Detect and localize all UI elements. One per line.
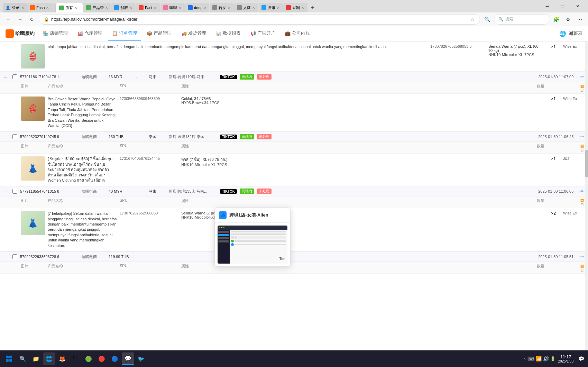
col-actions-1: 🔽 📋 [570, 84, 584, 92]
taskbar-browser1[interactable]: 🌐 [43, 352, 55, 365]
volume-icon[interactable]: 🔊 [543, 356, 549, 361]
refresh-button[interactable]: ↻ [27, 15, 37, 24]
nav-reports[interactable]: 📊 数据报表 [212, 26, 245, 41]
forward-button[interactable]: → [15, 15, 25, 24]
order-checkbox-2[interactable] [12, 134, 17, 139]
order-edit-1[interactable]: ✏ [580, 74, 584, 79]
nav-warehouse[interactable]: 🏭 仓库管理 [73, 26, 107, 41]
nav-internal[interactable]: 💼 公司内账 [281, 26, 314, 41]
scrollbar[interactable] [585, 42, 588, 350]
order-collapse-1[interactable]: – [4, 74, 10, 80]
close-button[interactable]: ✕ [570, 0, 585, 12]
product-qty-col-2: ×1 [546, 156, 560, 161]
tab-close-icon[interactable]: ✕ [228, 6, 230, 10]
tab-close-icon[interactable]: ✕ [154, 6, 156, 10]
nav-ads[interactable]: 📢 广告开户 [246, 26, 279, 41]
taskbar-search[interactable]: 🔍 [17, 352, 29, 365]
nav-store[interactable]: 🏪 店铺管理 [39, 26, 72, 41]
tab-forward[interactable]: 转发 ✕ [210, 3, 234, 12]
tab-close-icon[interactable]: ✕ [204, 6, 206, 10]
order-checkbox-4[interactable] [12, 254, 17, 259]
new-tab-button[interactable]: + [308, 3, 316, 12]
tab-close-icon[interactable]: ✕ [301, 6, 304, 10]
tab-settle[interactable]: 入驻 ✕ [234, 3, 258, 12]
order-country-3: 马来 [149, 189, 166, 194]
top-product-row: 👙 nipis tanpa jahitan, selesa dipakai, b… [0, 42, 588, 72]
taskbar-blue-app[interactable]: 🔵 [109, 352, 121, 365]
badge-chuli-1: 未处理 [257, 74, 272, 80]
nav-products[interactable]: 📦 产品管理 [143, 26, 176, 41]
nav-shipping[interactable]: 🚚 发货管理 [177, 26, 210, 41]
taskbar-shield[interactable]: 🛡 [69, 352, 82, 365]
taskbar-firefox[interactable]: 🦊 [56, 352, 68, 365]
product-logistics-col-1: Wise Ex [563, 97, 584, 101]
tab-close-icon[interactable]: ✕ [252, 6, 255, 10]
extensions-button[interactable]: 🧩 [551, 15, 561, 24]
order-separator-1: - [576, 75, 578, 79]
order-collapse-4[interactable]: – [4, 254, 10, 259]
tab-collect[interactable]: 采制 ✕ [283, 3, 307, 12]
tab-fash1[interactable]: Fash ✕ [27, 3, 55, 12]
order-checkbox-1[interactable] [12, 74, 17, 79]
order-amount-4: 119.99 THB [109, 255, 133, 259]
maximize-button[interactable]: ▭ [555, 0, 570, 12]
order-checkbox-3[interactable] [12, 189, 17, 194]
taskbar-clock[interactable]: 11:17 2025/1/30 [558, 355, 574, 363]
nav-orders[interactable]: 📋 订单管理 [108, 26, 141, 41]
browser-controls: ← → ↻ 🔒 https://erp.hallovin.com/order-m… [0, 12, 588, 26]
tab-tencent[interactable]: 腾讯 ✕ [259, 3, 283, 12]
tab-close-icon[interactable]: ✕ [129, 6, 132, 10]
search-box[interactable]: 🔍 搜索 [494, 14, 549, 25]
order-edit-4[interactable]: ✏ [580, 254, 584, 259]
tab-product-manage[interactable]: 产品管 ✕ [83, 3, 111, 12]
tab-all-orders[interactable]: 所有 ✕ [55, 3, 83, 12]
minimize-button[interactable]: ─ [540, 0, 555, 12]
nav-warehouse-label: 仓库管理 [84, 30, 102, 36]
up-arrow-icon[interactable]: ∧ [523, 356, 526, 361]
order-id-4: 57992322938696728 6 [20, 255, 79, 259]
taskbar-chat[interactable]: 💬 [122, 352, 134, 365]
wifi-icon[interactable]: 📶 [536, 356, 542, 361]
tab-create[interactable]: 创赛 ✕ [111, 3, 136, 12]
tab-close-icon[interactable]: ✕ [46, 6, 49, 10]
header-right: 🌐 谢班班 [559, 30, 582, 37]
taskbar-green-app[interactable]: 🟢 [82, 352, 95, 365]
taskbar-red-app[interactable]: 🔴 [95, 352, 108, 365]
internal-icon: 💼 [285, 31, 291, 36]
order-collapse-3[interactable]: – [4, 189, 10, 194]
col-spu-1: SPU [120, 84, 178, 92]
tab-close-icon[interactable]: ✕ [74, 6, 77, 10]
settings-button[interactable]: ⚙ [563, 15, 573, 24]
order-collapse-2[interactable]: – [4, 134, 10, 139]
back-button[interactable]: ← [3, 15, 13, 24]
star-icon[interactable]: ☆ [470, 17, 475, 22]
more-button[interactable]: ⋯ [575, 15, 585, 24]
badge-tiktok-2: TIKTOK [220, 135, 237, 139]
translate-icon[interactable]: 🌐 [559, 30, 566, 37]
order-amount-3: 40 MYR [109, 189, 133, 193]
battery-icon[interactable]: 🔋 [550, 356, 555, 361]
notification-button[interactable]: 💬 [576, 352, 586, 365]
tab-close-icon[interactable]: ✕ [21, 6, 24, 10]
tab-bilibili[interactable]: 哔哩 ✕ [160, 3, 185, 12]
tab-title: deep [194, 6, 202, 10]
tab-login[interactable]: 👤 登录 ✕ [3, 3, 27, 12]
order-edit-2[interactable]: ✏ [580, 134, 584, 139]
attr2: NNK10-Mix color-XL-7PCS [488, 53, 544, 57]
taskbar-bird[interactable]: 🐦 [135, 352, 147, 365]
search-button[interactable]: 🔍 [482, 15, 492, 24]
tab-deep[interactable]: deep ✕ [185, 3, 209, 12]
tab-favicon: 👤 [6, 6, 10, 10]
tab-close-icon[interactable]: ✕ [105, 6, 108, 10]
start-button[interactable] [2, 352, 16, 366]
tab-fast2[interactable]: Fast ✕ [136, 3, 160, 12]
address-bar[interactable]: 🔒 https://erp.hallovin.com/order-manage/… [39, 14, 480, 25]
product-name-col-3: [7 helai/pakeji] Seluar dalam wanita pin… [48, 211, 117, 248]
scroll-thumb[interactable] [585, 150, 588, 177]
taskbar-files[interactable]: 📁 [30, 352, 42, 365]
order-edit-3[interactable]: ✏ [580, 189, 584, 194]
tab-close-icon[interactable]: ✕ [178, 6, 181, 10]
keyboard-icon[interactable]: ⌨ [527, 356, 534, 361]
order-dash-4: - [136, 255, 146, 259]
tab-close-icon[interactable]: ✕ [277, 6, 279, 10]
